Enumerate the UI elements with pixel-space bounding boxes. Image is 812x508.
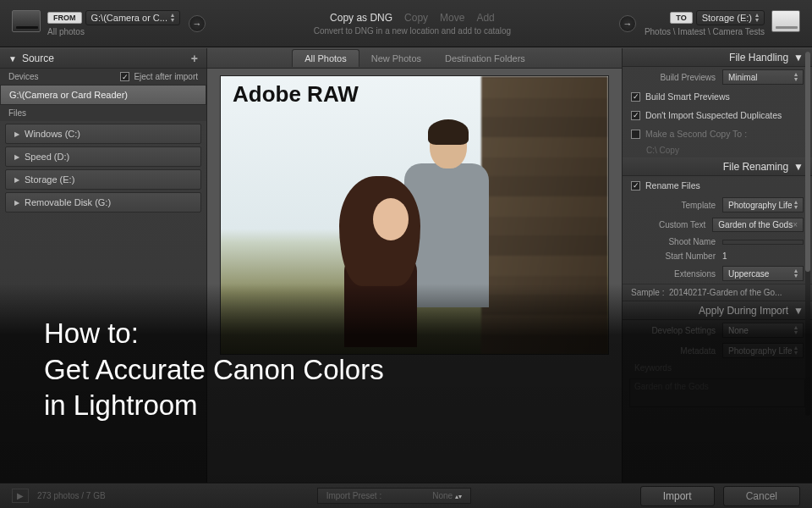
second-copy-label: Make a Second Copy To :	[645, 129, 747, 139]
source-drive-icon	[12, 10, 41, 32]
settings-panel: File Handling ▼ Build Previews Minimal▴▾…	[622, 48, 812, 483]
drive-label: Speed (D:)	[25, 152, 69, 162]
updown-icon: ▴▾	[755, 13, 759, 23]
add-source-button[interactable]: +	[191, 52, 198, 65]
chevron-right-icon[interactable]: ▶	[12, 489, 29, 503]
mode-copy-as-dng[interactable]: Copy as DNG	[330, 12, 392, 24]
import-preset-value: None	[432, 491, 453, 500]
smart-previews-check[interactable]: Build Smart Previews	[623, 87, 812, 106]
from-badge: FROM	[47, 12, 82, 24]
scrollbar[interactable]	[805, 52, 810, 416]
tab-destination-folders[interactable]: Destination Folders	[433, 50, 537, 67]
tab-new-photos[interactable]: New Photos	[359, 50, 433, 67]
files-subheader: Files	[0, 105, 206, 121]
updown-icon: ▴▾	[794, 200, 798, 210]
updown-icon: ▴▾	[171, 13, 174, 23]
tab-all-photos[interactable]: All Photos	[292, 49, 359, 67]
shoot-name-label: Shoot Name	[668, 237, 716, 246]
from-path-text: G:\(Camera or C...	[91, 13, 167, 23]
template-label: Template	[681, 201, 716, 210]
eject-after-import-check[interactable]: Eject after import	[120, 72, 198, 81]
extensions-select[interactable]: Uppercase▴▾	[722, 266, 804, 281]
from-subtext: All photos	[47, 27, 180, 36]
files-label: Files	[8, 108, 26, 118]
nav-forward-button[interactable]: →	[189, 15, 206, 32]
preview-panel: All Photos New Photos Destination Folder…	[207, 48, 622, 483]
custom-text-input[interactable]: Garden of the Gods×	[712, 218, 804, 232]
checkbox-icon	[631, 181, 640, 190]
drive-item-e[interactable]: ▶Storage (E:)	[5, 169, 201, 190]
mode-description: Convert to DNG in a new location and add…	[214, 26, 611, 36]
updown-icon: ▴▾	[794, 345, 798, 356]
devices-label: Devices	[8, 72, 39, 81]
build-previews-value: Minimal	[728, 73, 757, 82]
from-source-cluster: FROM G:\(Camera or C... ▴▾ All photos	[12, 10, 180, 36]
second-copy-path: C:\ Copy	[646, 146, 679, 155]
from-path-select[interactable]: G:\(Camera or C... ▴▾	[85, 10, 180, 25]
start-number-label: Start Number	[666, 251, 716, 261]
metadata-select[interactable]: Photography Life▴▾	[722, 343, 804, 358]
apply-during-import-header[interactable]: Apply During Import ▼	[623, 301, 812, 320]
rename-files-check[interactable]: Rename Files	[623, 176, 812, 195]
mode-add[interactable]: Add	[476, 12, 494, 24]
no-duplicates-check[interactable]: Don't Import Suspected Duplicates	[623, 106, 812, 124]
extensions-value: Uppercase	[728, 269, 769, 279]
nav-to-dest-button[interactable]: →	[619, 15, 636, 32]
mode-move[interactable]: Move	[440, 12, 464, 24]
file-renaming-header[interactable]: File Renaming ▼	[623, 157, 812, 176]
to-dest-cluster: TO Storage (E:) ▴▾ Photos \ Imatest \ Ca…	[645, 10, 800, 36]
drive-item-c[interactable]: ▶Windows (C:)	[5, 124, 201, 144]
file-renaming-title: File Renaming	[723, 161, 788, 173]
develop-settings-select[interactable]: None▴▾	[722, 323, 804, 338]
card-reader-item[interactable]: G:\(Camera or Card Reader)	[0, 85, 206, 105]
develop-settings-label: Develop Settings	[651, 326, 716, 335]
no-duplicates-label: Don't Import Suspected Duplicates	[645, 110, 782, 120]
to-path-text: Storage (E:)	[702, 13, 752, 23]
keywords-label: Keywords	[634, 363, 672, 373]
updown-icon: ▴▾	[794, 325, 798, 335]
import-button[interactable]: Import	[640, 486, 715, 506]
source-panel-header[interactable]: ▼Source +	[0, 48, 206, 69]
chevron-right-icon: ▶	[14, 199, 19, 207]
checkbox-icon	[120, 72, 129, 81]
file-handling-header[interactable]: File Handling ▼	[623, 48, 812, 67]
extensions-label: Extensions	[674, 269, 716, 279]
custom-text-label: Custom Text	[659, 220, 705, 229]
template-value: Photography Life	[728, 201, 793, 210]
mode-copy[interactable]: Copy	[404, 12, 428, 24]
template-select[interactable]: Photography Life▴▾	[722, 197, 804, 213]
rename-files-label: Rename Files	[645, 180, 700, 190]
chevron-down-icon: ▼	[793, 161, 804, 173]
keywords-input[interactable]: Garden of the Gods	[629, 378, 805, 407]
devices-subheader: Devices Eject after import	[0, 69, 206, 85]
metadata-label: Metadata	[680, 346, 716, 356]
chevron-down-icon: ▼	[793, 52, 804, 64]
second-copy-check[interactable]: Make a Second Copy To :	[623, 124, 812, 143]
checkbox-icon	[631, 130, 640, 139]
preview-photo[interactable]: Adobe RAW	[220, 75, 609, 355]
build-previews-select[interactable]: Minimal▴▾	[722, 69, 804, 85]
to-badge: TO	[670, 12, 692, 24]
drive-label: Storage (E:)	[25, 174, 74, 185]
chevron-down-icon: ▼	[8, 54, 17, 64]
custom-text-value: Garden of the Gods	[718, 220, 793, 229]
rename-sample: Sample : 20140217-Garden of the Go...	[623, 284, 812, 301]
chevron-right-icon: ▶	[14, 176, 19, 184]
shoot-name-input[interactable]	[722, 240, 804, 245]
build-previews-label: Build Previews	[660, 73, 716, 82]
import-footer: ▶ 273 photos / 7 GB Import Preset : None…	[0, 483, 812, 508]
start-number-value: 1	[722, 251, 804, 261]
adobe-raw-label: Adobe RAW	[233, 81, 359, 108]
file-handling-title: File Handling	[729, 52, 788, 64]
drive-item-d[interactable]: ▶Speed (D:)	[5, 146, 201, 167]
updown-icon: ▴▾	[794, 72, 798, 82]
keywords-value: Garden of the Gods	[634, 382, 709, 391]
drive-label: Removable Disk (G:)	[25, 197, 111, 207]
to-path-select[interactable]: Storage (E:) ▴▾	[696, 10, 765, 25]
import-preset-label: Import Preset :	[326, 491, 382, 500]
import-preset-select[interactable]: Import Preset : None ▴▾	[317, 488, 471, 504]
drive-item-g[interactable]: ▶Removable Disk (G:)	[5, 192, 201, 213]
apply-title: Apply During Import	[699, 305, 788, 317]
to-subtext: Photos \ Imatest \ Camera Tests	[645, 27, 765, 36]
cancel-button[interactable]: Cancel	[723, 486, 800, 506]
